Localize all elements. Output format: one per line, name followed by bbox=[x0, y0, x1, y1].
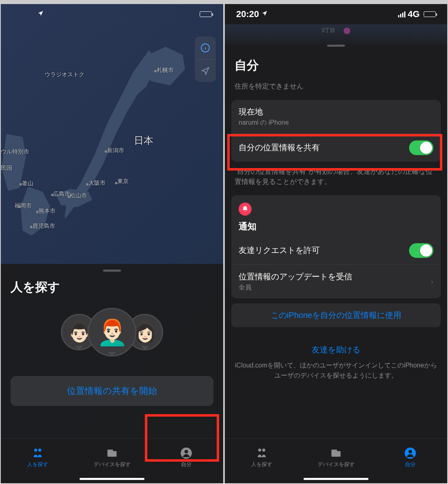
current-location-cell[interactable]: 現在地 narumi の iPhone bbox=[231, 100, 441, 134]
street-label: 3丁目 bbox=[322, 27, 335, 34]
sheet-title: 自分 bbox=[225, 54, 447, 81]
highlight-box bbox=[227, 134, 442, 171]
poi-marker-icon bbox=[344, 28, 350, 34]
tab-people[interactable]: 人を探す bbox=[225, 439, 299, 483]
tab-bar: 人を探す デバイスを探す 自分 bbox=[225, 439, 447, 483]
allow-friend-requests-cell: 友達リクエストを許可 bbox=[231, 237, 441, 264]
location-updates-cell[interactable]: 位置情報のアップデートを受信 全員 › bbox=[231, 264, 441, 298]
settings-sheet[interactable]: 自分 住所を特定できません 現在地 narumi の iPhone 自分の位置情… bbox=[225, 45, 447, 483]
use-iphone-group: このiPhoneを自分の位置情報に使用 bbox=[231, 303, 441, 327]
map-locate-button[interactable] bbox=[195, 59, 216, 82]
svg-rect-6 bbox=[112, 451, 116, 457]
people-icon bbox=[256, 447, 268, 459]
map-controls bbox=[195, 37, 216, 82]
tab-devices[interactable]: デバイスを探す bbox=[299, 439, 373, 483]
map-city-seoul[interactable]: ウル特別市 bbox=[1, 148, 29, 156]
home-indicator[interactable] bbox=[80, 478, 144, 480]
help-description: iCloud.comを開いて、ほかのユーザがサインインしてこのiPhoneからユ… bbox=[235, 360, 437, 381]
map-city-tokyo[interactable]: 東京 bbox=[117, 178, 129, 185]
use-this-iphone-cell[interactable]: このiPhoneを自分の位置情報に使用 bbox=[231, 303, 441, 327]
battery-icon bbox=[424, 11, 436, 17]
devices-icon bbox=[330, 447, 342, 459]
signal-icon bbox=[398, 11, 405, 17]
sheet-grabber[interactable] bbox=[327, 45, 345, 47]
bell-icon bbox=[239, 203, 252, 216]
tab-label: 自分 bbox=[181, 461, 192, 468]
cell-subtitle: 全員 bbox=[239, 283, 352, 292]
cell-label: 位置情報のアップデートを受信 bbox=[239, 271, 352, 282]
map-label-country[interactable]: 日本 bbox=[134, 134, 153, 147]
home-indicator[interactable] bbox=[304, 478, 368, 480]
map-city-korea[interactable]: 民国 bbox=[1, 164, 12, 172]
location-arrow-icon bbox=[37, 10, 44, 19]
cell-label: 現在地 bbox=[239, 106, 289, 117]
tab-devices[interactable]: デバイスを探す bbox=[75, 439, 149, 483]
help-friend-link[interactable]: 友達を助ける bbox=[235, 344, 437, 355]
sheet-title: 人を探す bbox=[1, 279, 223, 303]
map-city-matsuyama[interactable]: 松山市 bbox=[70, 192, 87, 199]
svg-point-4 bbox=[39, 448, 42, 452]
tab-people[interactable]: 人を探す bbox=[1, 439, 75, 483]
people-icon bbox=[32, 447, 44, 459]
phone-left: 日本 札幌市 ウラジオストク 新潟市 東京 大阪市 広島市 松山市 福岡市 熊本… bbox=[1, 4, 223, 483]
help-friend-section: 友達を助ける iCloud.comを開いて、ほかのユーザがサインインしてこのiP… bbox=[225, 332, 447, 393]
location-arrow-icon bbox=[261, 10, 268, 19]
map-city-osaka[interactable]: 大阪市 bbox=[88, 179, 106, 187]
tab-me[interactable]: 自分 bbox=[373, 439, 447, 483]
map-city-vladivostok[interactable]: ウラジオストク bbox=[45, 71, 84, 78]
notifications-title: 通知 bbox=[239, 220, 433, 233]
highlight-box bbox=[145, 414, 219, 462]
address-unavailable-text: 住所を特定できません bbox=[225, 81, 447, 100]
person-circle-icon bbox=[404, 447, 416, 459]
tab-label: デバイスを探す bbox=[94, 461, 131, 468]
svg-point-3 bbox=[34, 448, 38, 452]
map-city-busan[interactable]: 釜山 bbox=[22, 180, 33, 187]
devices-icon bbox=[106, 447, 118, 459]
svg-rect-12 bbox=[336, 451, 340, 457]
battery-icon bbox=[200, 11, 212, 17]
map-info-button[interactable] bbox=[195, 37, 216, 59]
tab-label: 人を探す bbox=[27, 461, 48, 468]
avatar[interactable]: 👨🏻‍🦰 bbox=[88, 308, 136, 357]
avatar-cluster: 👨🏻 👨🏻‍🦰 👩🏻 bbox=[1, 303, 223, 369]
start-sharing-button[interactable]: 位置情報の共有を開始 bbox=[11, 376, 213, 406]
map-city-fukuoka[interactable]: 福岡市 bbox=[15, 202, 32, 210]
map-city-sapporo[interactable]: 札幌市 bbox=[157, 67, 174, 74]
notifications-group: 通知 友達リクエストを許可 位置情報のアップデートを受信 全員 › bbox=[231, 195, 441, 298]
cell-label: 友達リクエストを許可 bbox=[239, 245, 320, 256]
map-city-niigata[interactable]: 新潟市 bbox=[107, 147, 124, 154]
svg-point-10 bbox=[263, 448, 266, 452]
cell-link: このiPhoneを自分の位置情報に使用 bbox=[239, 310, 433, 321]
svg-point-9 bbox=[258, 448, 262, 452]
network-label: 4G bbox=[408, 9, 420, 19]
tab-label: 自分 bbox=[405, 461, 416, 468]
chevron-right-icon: › bbox=[431, 277, 433, 286]
allow-requests-toggle[interactable] bbox=[409, 243, 433, 258]
map-city-kumamoto[interactable]: 熊本市 bbox=[39, 207, 56, 215]
cell-subtitle: narumi の iPhone bbox=[239, 119, 289, 127]
share-help-text: "自分の位置情報を共有"が有効の場合、友達があなたの正確な位置情報を見ることがで… bbox=[225, 166, 447, 195]
phone-right: 20:20 4G 3丁目 自分 住所を特定できません 現在地 bbox=[225, 4, 447, 483]
tab-label: 人を探す bbox=[251, 461, 272, 468]
notifications-header: 通知 bbox=[231, 195, 441, 237]
tab-label: デバイスを探す bbox=[318, 461, 355, 468]
map-city-kagoshima[interactable]: 鹿児島市 bbox=[32, 223, 55, 230]
status-bar: 20:20 4G bbox=[225, 4, 447, 24]
status-time: 20:20 bbox=[236, 9, 259, 19]
sheet-grabber[interactable] bbox=[103, 270, 121, 272]
svg-point-14 bbox=[408, 449, 412, 453]
